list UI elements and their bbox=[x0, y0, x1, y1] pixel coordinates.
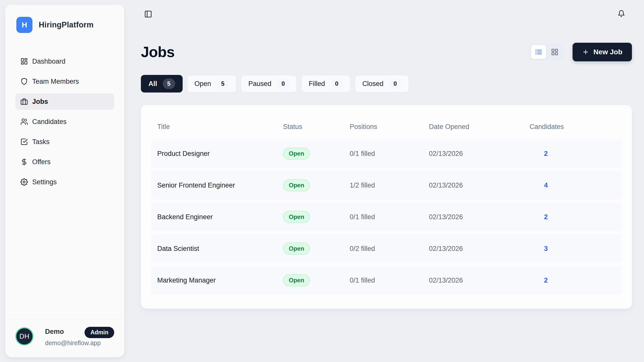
chevron-right-icon[interactable] bbox=[603, 182, 622, 189]
sidebar-nav: Dashboard Team Members Jobs Candidates bbox=[5, 53, 124, 190]
sidebar-item-tasks[interactable]: Tasks bbox=[15, 133, 114, 150]
positions-cell: 0/2 filled bbox=[343, 245, 423, 253]
positions-cell: 1/2 filled bbox=[343, 182, 423, 189]
sidebar: H HiringPlatform Dashboard Team Members bbox=[5, 5, 125, 357]
status-badge: Open bbox=[283, 211, 310, 223]
chevron-right-icon[interactable] bbox=[603, 150, 622, 157]
page-content: Jobs bbox=[125, 29, 644, 309]
table-header-row: Title Status Positions Date Opened Candi… bbox=[151, 114, 622, 139]
job-title: Product Designer bbox=[151, 150, 277, 158]
table-row[interactable]: Product Designer Open 0/1 filled 02/13/2… bbox=[151, 139, 622, 168]
sidebar-item-candidates[interactable]: Candidates bbox=[15, 113, 114, 130]
page-title: Jobs bbox=[141, 43, 175, 61]
user-name: Demo bbox=[45, 328, 64, 336]
sidebar-item-label: Offers bbox=[32, 158, 51, 166]
sidebar-item-settings[interactable]: Settings bbox=[15, 174, 114, 190]
candidates-count-link[interactable]: 2 bbox=[523, 277, 562, 284]
filter-count-badge: 0 bbox=[331, 78, 343, 89]
chevron-right-icon[interactable] bbox=[603, 245, 622, 252]
status-badge: Open bbox=[283, 179, 310, 191]
job-title: Backend Engineer bbox=[151, 213, 277, 221]
list-view-button[interactable] bbox=[531, 45, 546, 59]
col-header-candidates: Candidates bbox=[523, 123, 562, 131]
sidebar-item-dashboard[interactable]: Dashboard bbox=[15, 53, 114, 70]
date-opened-cell: 02/13/2026 bbox=[423, 245, 523, 253]
grid-icon bbox=[551, 48, 558, 56]
filter-label: Closed bbox=[362, 80, 383, 88]
sidebar-item-label: Tasks bbox=[32, 138, 50, 146]
candidates-count-link[interactable]: 3 bbox=[523, 245, 562, 253]
check-square-icon bbox=[20, 138, 28, 146]
topbar bbox=[125, 0, 644, 29]
candidates-count-link[interactable]: 2 bbox=[523, 150, 562, 158]
sidebar-toggle-icon[interactable] bbox=[144, 10, 152, 18]
chevron-right-icon[interactable] bbox=[603, 213, 622, 221]
list-icon bbox=[535, 48, 542, 56]
topbar-divider bbox=[129, 28, 644, 29]
sidebar-item-label: Dashboard bbox=[32, 58, 65, 65]
filter-paused[interactable]: Paused 0 bbox=[241, 75, 297, 93]
users-icon bbox=[20, 118, 28, 125]
col-header-title: Title bbox=[151, 123, 277, 131]
filter-count-badge: 0 bbox=[389, 78, 401, 89]
new-job-button[interactable]: New Job bbox=[573, 43, 632, 61]
sidebar-item-label: Settings bbox=[32, 178, 57, 186]
table-row[interactable]: Data Scientist Open 0/2 filled 02/13/202… bbox=[151, 234, 622, 263]
role-badge: Admin bbox=[85, 327, 114, 338]
job-title: Marketing Manager bbox=[151, 277, 277, 284]
job-title: Data Scientist bbox=[151, 245, 277, 253]
candidates-count-link[interactable]: 4 bbox=[523, 182, 562, 189]
view-toggle bbox=[529, 43, 564, 61]
app-screen: H HiringPlatform Dashboard Team Members bbox=[0, 0, 644, 362]
sidebar-item-jobs[interactable]: Jobs bbox=[15, 93, 114, 110]
sidebar-item-label: Candidates bbox=[32, 118, 67, 126]
app-title: HiringPlatform bbox=[39, 20, 94, 29]
filter-filled[interactable]: Filled 0 bbox=[301, 75, 350, 93]
filter-count-badge: 0 bbox=[277, 78, 289, 89]
status-badge: Open bbox=[283, 243, 310, 255]
table-row[interactable]: Senior Frontend Engineer Open 1/2 filled… bbox=[151, 171, 622, 200]
filter-label: Open bbox=[194, 80, 211, 88]
positions-cell: 0/1 filled bbox=[343, 150, 423, 158]
filter-label: Paused bbox=[248, 80, 271, 88]
sidebar-item-label: Team Members bbox=[32, 78, 79, 85]
table-row[interactable]: Marketing Manager Open 0/1 filled 02/13/… bbox=[151, 266, 622, 295]
col-header-positions: Positions bbox=[343, 123, 423, 131]
app-logo: H bbox=[16, 17, 32, 33]
col-header-status: Status bbox=[277, 123, 343, 131]
briefcase-icon bbox=[20, 98, 28, 105]
filter-label: All bbox=[148, 80, 157, 88]
new-job-label: New Job bbox=[593, 48, 622, 56]
positions-cell: 0/1 filled bbox=[343, 277, 423, 284]
dashboard-icon bbox=[20, 58, 28, 65]
col-header-date-opened: Date Opened bbox=[423, 123, 523, 131]
filter-label: Filled bbox=[309, 80, 325, 88]
shield-icon bbox=[20, 78, 28, 85]
filter-closed[interactable]: Closed 0 bbox=[355, 75, 409, 93]
positions-cell: 0/1 filled bbox=[343, 213, 423, 221]
table-row[interactable]: Backend Engineer Open 0/1 filled 02/13/2… bbox=[151, 203, 622, 231]
candidates-count-link[interactable]: 2 bbox=[523, 213, 562, 221]
gear-icon bbox=[20, 178, 28, 186]
jobs-table: Title Status Positions Date Opened Candi… bbox=[141, 105, 632, 309]
bell-icon[interactable] bbox=[618, 10, 625, 17]
brand: H HiringPlatform bbox=[5, 5, 124, 33]
job-title: Senior Frontend Engineer bbox=[151, 182, 277, 189]
sidebar-item-offers[interactable]: Offers bbox=[15, 154, 114, 170]
status-filter-bar: All 5 Open 5 Paused 0 Filled 0 Closed bbox=[141, 75, 632, 93]
plus-icon bbox=[582, 49, 589, 56]
sidebar-user-section[interactable]: DH Demo demo@hireflow.app Admin bbox=[5, 320, 124, 357]
date-opened-cell: 02/13/2026 bbox=[423, 277, 523, 284]
avatar: DH bbox=[15, 327, 33, 345]
filter-count-badge: 5 bbox=[163, 78, 175, 89]
filter-all[interactable]: All 5 bbox=[141, 75, 183, 93]
status-badge: Open bbox=[283, 274, 310, 286]
sidebar-item-label: Jobs bbox=[32, 98, 48, 106]
main-area: Jobs bbox=[125, 0, 644, 362]
chevron-right-icon[interactable] bbox=[603, 277, 622, 284]
grid-view-button[interactable] bbox=[547, 45, 562, 59]
filter-open[interactable]: Open 5 bbox=[187, 75, 236, 93]
user-email: demo@hireflow.app bbox=[45, 339, 101, 347]
date-opened-cell: 02/13/2026 bbox=[423, 182, 523, 189]
sidebar-item-team-members[interactable]: Team Members bbox=[15, 73, 114, 90]
